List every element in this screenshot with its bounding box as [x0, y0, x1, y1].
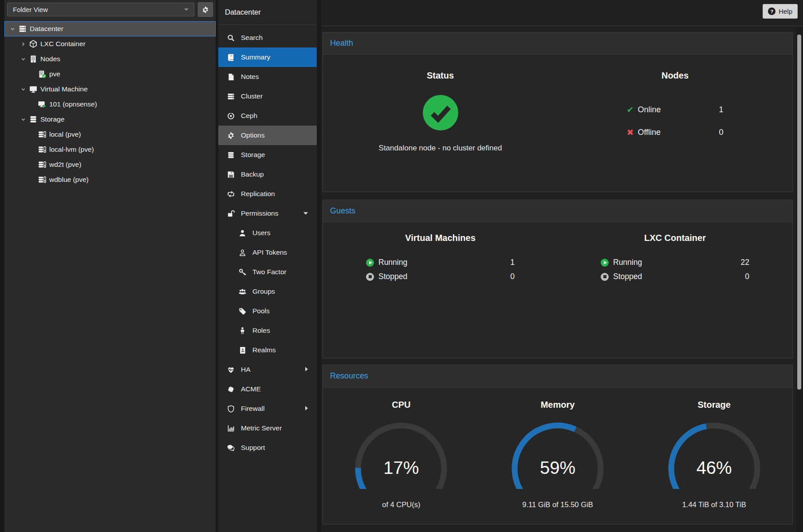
vm-running-value: 1 [510, 258, 515, 267]
nav-item-ceph[interactable]: Ceph [218, 106, 317, 126]
stop-circle-icon [366, 273, 374, 281]
nav-item-storage[interactable]: Storage [218, 145, 317, 165]
database-icon [29, 115, 37, 123]
tree-item-lxc-container[interactable]: LXC Container [4, 36, 216, 51]
stopped-label: Stopped [613, 272, 642, 281]
cpu-heading: CPU [323, 400, 480, 410]
lxc-running-value: 22 [741, 258, 749, 267]
cpu-detail: of 4 CPU(s) [323, 500, 480, 509]
tree-item-datacenter[interactable]: Datacenter [4, 21, 216, 36]
nav-item-acme[interactable]: ACME [218, 379, 317, 399]
nav-item-support[interactable]: Support [218, 438, 317, 457]
nav-item-label: Replication [241, 190, 275, 198]
nodes-offline-row: ✖ Offline 0 [627, 126, 724, 138]
stop-circle-icon [601, 273, 609, 281]
nav-item-label: API Tokens [252, 248, 287, 256]
nav-item-replication[interactable]: Replication [218, 184, 317, 204]
caret-right-icon [305, 406, 308, 410]
offline-value: 0 [719, 128, 723, 137]
view-mode-select[interactable]: Folder View [7, 3, 194, 16]
proxmox-app: Folder View Datacenter LXC Container [0, 0, 803, 532]
key-icon [239, 268, 246, 276]
tree-item-label: Datacenter [30, 25, 63, 33]
nav-item-roles[interactable]: Roles [218, 321, 317, 340]
building-icon [29, 55, 37, 63]
view-mode-value: Folder View [13, 6, 48, 13]
tree-item-label: Virtual Machine [40, 85, 88, 93]
nav-item-two-factor[interactable]: Two Factor [218, 262, 317, 282]
vm-stopped-row: Stopped 0 [366, 271, 515, 283]
online-label: Online [638, 105, 661, 114]
database-drive-icon [38, 176, 46, 184]
chevron-down-icon[interactable] [20, 87, 26, 92]
health-panel-title: Health [323, 32, 792, 55]
guests-vm-column: Virtual Machines Running 1 Stopped 0 [323, 222, 558, 283]
vm-running-row: Running 1 [366, 256, 515, 268]
tree-item-storage-local[interactable]: local (pve) [4, 127, 216, 142]
tree-item-storage-wdblue[interactable]: wdblue (pve) [4, 172, 216, 187]
database-drive-icon [38, 146, 46, 154]
chevron-down-icon[interactable] [20, 57, 26, 62]
nav-item-search[interactable]: Search [218, 28, 317, 47]
caret-right-icon [305, 367, 308, 371]
tree-settings-button[interactable] [198, 2, 213, 17]
nav-item-notes[interactable]: Notes [218, 67, 317, 87]
nav-item-label: Pools [252, 307, 270, 315]
nav-item-permissions[interactable]: Permissions [218, 204, 317, 223]
scrollbar-thumb[interactable] [797, 35, 801, 390]
ceph-icon [227, 112, 235, 120]
resources-panel: Resources CPU 17% of 4 CPU(s) Memory [323, 365, 793, 524]
cpu-gauge-column: CPU 17% of 4 CPU(s) [323, 387, 480, 509]
chevron-down-icon[interactable] [10, 27, 16, 32]
chevron-down-icon[interactable] [20, 117, 26, 122]
nav-item-groups[interactable]: Groups [218, 282, 317, 301]
nav-item-label: Summary [241, 53, 270, 61]
database-icon [227, 151, 235, 159]
tree-item-vm-101[interactable]: 101 (opnsense) [4, 97, 216, 112]
tag-icon [239, 307, 246, 315]
nav-item-api-tokens[interactable]: API Tokens [218, 243, 317, 262]
nav-item-firewall[interactable]: Firewall [218, 399, 317, 418]
nav-item-label: ACME [241, 385, 261, 393]
nav-item-ha[interactable]: HA [218, 360, 317, 379]
tree-item-pve[interactable]: pve [4, 67, 216, 82]
lxc-running-row: Running 22 [601, 256, 749, 268]
nav-item-metric-server[interactable]: Metric Server [218, 418, 317, 438]
tree-item-label: pve [49, 70, 60, 78]
cube-icon [29, 40, 37, 48]
cross-icon: ✖ [627, 128, 634, 137]
bar-chart-icon [227, 425, 235, 432]
tree-item-storage-local-lvm[interactable]: local-lvm (pve) [4, 142, 216, 157]
nav-item-pools[interactable]: Pools [218, 301, 317, 321]
tree-item-nodes[interactable]: Nodes [4, 51, 216, 67]
caret-down-icon [303, 212, 308, 215]
vertical-scrollbar[interactable] [796, 26, 803, 532]
memory-detail: 9.11 GiB of 15.50 GiB [480, 500, 636, 509]
nav-item-backup[interactable]: Backup [218, 165, 317, 184]
nav-items: Search Summary Notes Cluster Ceph Option [218, 25, 317, 457]
monitor-play-icon [38, 100, 46, 108]
tree-item-storage[interactable]: Storage [4, 112, 216, 127]
tree-item-label: wd2t (pve) [49, 161, 81, 169]
running-label: Running [613, 258, 642, 267]
tree-item-virtual-machine[interactable]: Virtual Machine [4, 82, 216, 97]
nav-item-cluster[interactable]: Cluster [218, 87, 317, 106]
nav-panel-title: Datacenter [218, 0, 317, 25]
nav-item-summary[interactable]: Summary [218, 47, 317, 67]
floppy-icon [227, 171, 235, 178]
tree-item-storage-wd2t[interactable]: wd2t (pve) [4, 157, 216, 172]
guests-panel: Guests Virtual Machines Running 1 Stoppe… [323, 200, 793, 359]
nav-item-users[interactable]: Users [218, 223, 317, 243]
note-icon [227, 73, 235, 81]
content-area: ? Help Health Status Standalone node - n… [321, 0, 803, 532]
nav-item-label: Two Factor [252, 268, 287, 276]
chevron-right-icon[interactable] [20, 42, 26, 47]
help-button[interactable]: ? Help [763, 4, 798, 19]
nav-item-label: Cluster [241, 92, 263, 100]
tree-item-label: local-lvm (pve) [49, 146, 94, 154]
health-nodes-column: Nodes ✔ Online 1 ✖ Offline 0 [558, 55, 792, 153]
nav-item-realms[interactable]: Realms [218, 340, 317, 360]
nav-item-options[interactable]: Options [218, 126, 317, 145]
heartbeat-icon [227, 366, 235, 374]
guests-panel-title: Guests [323, 200, 792, 222]
